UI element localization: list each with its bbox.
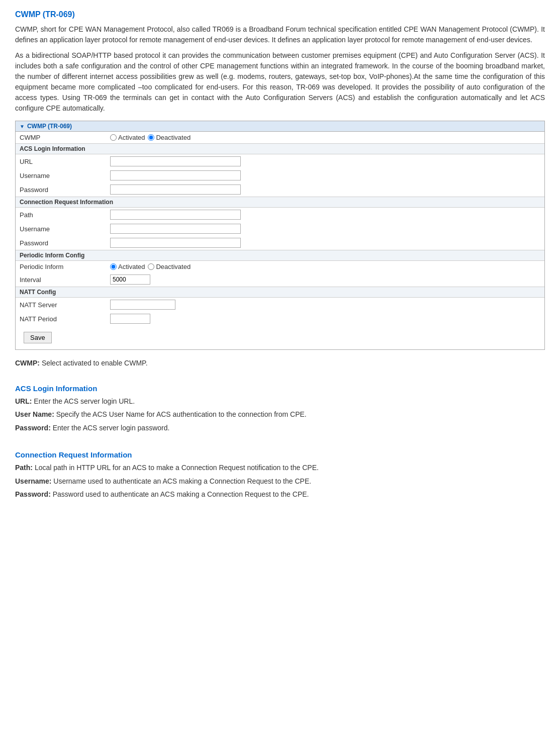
conn-username-label: Username (16, 222, 106, 236)
periodic-deactivated-radio[interactable] (148, 263, 154, 270)
natt-server-label: NATT Server (16, 298, 106, 312)
conn-username-desc: Username: Username used to authenticate … (15, 476, 545, 487)
save-button[interactable]: Save (24, 332, 52, 343)
url-field-cell (106, 154, 544, 169)
conn-username-row: Username (16, 222, 544, 236)
conn-password-input[interactable] (110, 238, 241, 248)
natt-server-input[interactable] (110, 300, 175, 310)
interval-field-cell (106, 272, 544, 287)
natt-period-input[interactable] (110, 314, 150, 324)
acs-password-desc: Password: Enter the ACS server login pas… (15, 422, 545, 433)
path-input[interactable] (110, 210, 241, 220)
acs-username-row: Username (16, 168, 544, 182)
cwmp-row: CWMP Activated Deactivated (16, 132, 544, 144)
interval-label: Interval (16, 272, 106, 287)
natt-section-label: NATT Config (16, 287, 544, 298)
interval-input[interactable] (110, 274, 150, 285)
acs-username-input[interactable] (110, 170, 241, 180)
conn-password-prefix: Password: (15, 490, 51, 498)
cwmp-radio-group: Activated Deactivated (106, 132, 544, 144)
url-label: URL (16, 154, 106, 169)
acs-desc-heading: ACS Login Information (15, 384, 545, 393)
cwmp-deactivated-radio[interactable] (148, 134, 154, 141)
acs-password-input[interactable] (110, 185, 241, 195)
natt-period-label: NATT Period (16, 312, 106, 326)
cwmp-deactivated-label[interactable]: Deactivated (148, 134, 191, 141)
acs-username-field-cell (106, 168, 544, 182)
conn-desc-section: Connection Request Information Path: Loc… (15, 450, 545, 500)
interval-row: Interval (16, 272, 544, 287)
natt-period-field-cell (106, 312, 544, 326)
url-row: URL (16, 154, 544, 169)
periodic-deactivated-label[interactable]: Deactivated (148, 263, 191, 270)
periodic-inform-label: Periodic Inform (16, 261, 106, 273)
acs-url-desc: URL: Enter the ACS server login URL. (15, 396, 545, 407)
acs-password-body: Enter the ACS server login password. (51, 424, 170, 432)
conn-section-label: Connection Request Information (16, 197, 544, 208)
periodic-section-header: Periodic Inform Config (16, 250, 544, 261)
acs-section-header: ACS Login Information (16, 144, 544, 154)
conn-password-row: Password (16, 236, 544, 250)
natt-period-row: NATT Period (16, 312, 544, 326)
cwmp-desc: CWMP: Select activated to enable CWMP. (15, 359, 545, 367)
cwmp-label: CWMP (16, 132, 106, 144)
form-box-title-text: CWMP (TR-069) (27, 123, 72, 130)
conn-path-desc: Path: Local path in HTTP URL for an ACS … (15, 462, 545, 473)
periodic-inform-row: Periodic Inform Activated Deactivated (16, 261, 544, 273)
path-field-cell (106, 208, 544, 222)
form-table: CWMP Activated Deactivated ACS Login Inf… (16, 132, 544, 349)
conn-username-prefix: Username: (15, 477, 51, 485)
periodic-section-label: Periodic Inform Config (16, 250, 544, 261)
path-row: Path (16, 208, 544, 222)
conn-path-prefix: Path: (15, 464, 33, 472)
conn-username-field-cell (106, 222, 544, 236)
acs-password-field-cell (106, 182, 544, 197)
periodic-activated-label[interactable]: Activated (110, 263, 145, 270)
periodic-activated-radio[interactable] (110, 263, 117, 270)
conn-password-field-cell (106, 236, 544, 250)
acs-password-row: Password (16, 182, 544, 197)
acs-username-desc: User Name: Specify the ACS User Name for… (15, 409, 545, 420)
intro-para-1: CWMP, short for CPE WAN Management Proto… (15, 24, 545, 45)
cwmp-form-box: ▼ CWMP (TR-069) CWMP Activated Deactivat… (15, 121, 545, 350)
conn-path-body: Local path in HTTP URL for an ACS to mak… (33, 464, 319, 472)
path-label: Path (16, 208, 106, 222)
acs-username-body: Specify the ACS User Name for ACS authen… (54, 410, 307, 418)
conn-password-label: Password (16, 236, 106, 250)
conn-username-body: Username used to authenticate an ACS mak… (51, 477, 311, 485)
natt-server-row: NATT Server (16, 298, 544, 312)
conn-desc-heading: Connection Request Information (15, 450, 545, 459)
cwmp-desc-prefix: CWMP: (15, 359, 40, 367)
conn-section-header: Connection Request Information (16, 197, 544, 208)
conn-username-input[interactable] (110, 224, 241, 234)
page-title: CWMP (TR-069) (15, 10, 545, 19)
cwmp-activated-label[interactable]: Activated (110, 134, 145, 141)
form-box-title: ▼ CWMP (TR-069) (16, 121, 544, 132)
acs-url-body: Enter the ACS server login URL. (32, 397, 135, 405)
url-input[interactable] (110, 156, 241, 166)
periodic-radio-group: Activated Deactivated (106, 261, 544, 273)
intro-para-2: As a bidirectional SOAP/HTTP based proto… (15, 50, 545, 114)
natt-server-field-cell (106, 298, 544, 312)
acs-desc-section: ACS Login Information URL: Enter the ACS… (15, 384, 545, 433)
acs-password-label: Password (16, 182, 106, 197)
cwmp-desc-body: Select activated to enable CWMP. (40, 359, 148, 367)
natt-section-header: NATT Config (16, 287, 544, 298)
acs-username-prefix: User Name: (15, 410, 54, 418)
conn-password-body: Password used to authenticate an ACS mak… (51, 490, 309, 498)
acs-url-prefix: URL: (15, 397, 32, 405)
acs-section-label: ACS Login Information (16, 144, 544, 154)
acs-password-prefix: Password: (15, 424, 51, 432)
conn-password-desc: Password: Password used to authenticate … (15, 489, 545, 500)
acs-username-label: Username (16, 168, 106, 182)
cwmp-activated-radio[interactable] (110, 134, 117, 141)
collapse-icon[interactable]: ▼ (20, 124, 25, 129)
save-row: Save (16, 326, 544, 349)
